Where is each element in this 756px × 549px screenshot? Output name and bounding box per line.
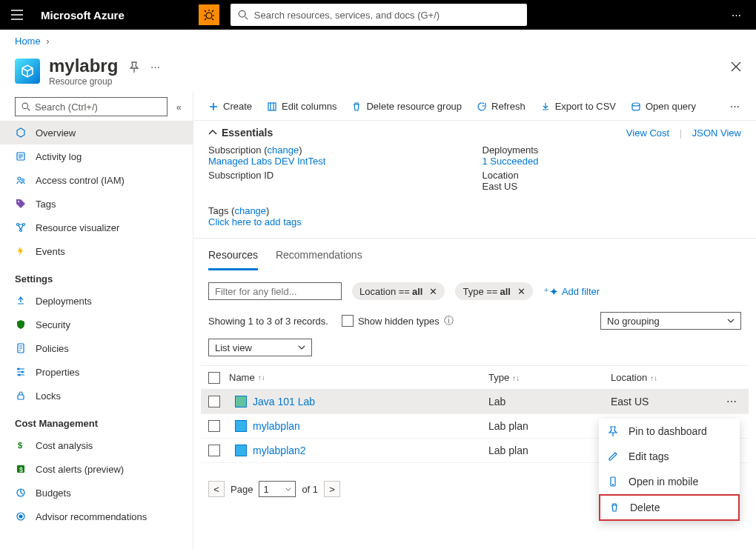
- sidebar-item-resource-visualizer[interactable]: Resource visualizer: [0, 216, 193, 239]
- column-location[interactable]: Location↑↓: [611, 372, 722, 383]
- resource-group-icon: [15, 59, 40, 84]
- svg-point-12: [21, 371, 23, 373]
- header-more-icon[interactable]: ⋯: [150, 61, 160, 73]
- next-page-button[interactable]: >: [324, 481, 340, 497]
- resource-type: Lab plan: [488, 420, 611, 432]
- deployments-icon: [15, 296, 27, 306]
- row-more-icon[interactable]: ⋯: [722, 396, 741, 407]
- location-value: East US: [483, 181, 518, 192]
- change-tags-link[interactable]: change: [234, 205, 266, 216]
- row-checkbox[interactable]: [208, 445, 220, 456]
- command-bar: CreateEdit columnsDelete resource groupR…: [193, 93, 756, 121]
- overview-icon: [15, 127, 27, 138]
- remove-filter-icon[interactable]: ✕: [517, 286, 525, 297]
- sidebar-item-security[interactable]: Security: [0, 313, 193, 336]
- chevron-up-icon[interactable]: [208, 130, 217, 136]
- pin-icon[interactable]: [129, 61, 139, 73]
- edit-columns-button[interactable]: Edit columns: [259, 93, 344, 121]
- activity-icon: [15, 151, 27, 162]
- budgets-icon: [15, 488, 27, 498]
- row-checkbox[interactable]: [208, 420, 220, 432]
- export-to-csv-button[interactable]: Export to CSV: [533, 93, 623, 121]
- deployments-value[interactable]: 1 Succeeded: [483, 156, 539, 167]
- sidebar-item-properties[interactable]: Properties: [0, 360, 193, 384]
- page-header: mylabrg Resource group ⋯: [0, 53, 756, 93]
- view-cost-link[interactable]: View Cost: [626, 127, 669, 139]
- info-icon[interactable]: ⓘ: [444, 314, 454, 327]
- top-more-icon[interactable]: ⋯: [717, 10, 756, 21]
- pin-icon: [608, 426, 621, 436]
- json-view-link[interactable]: JSON View: [692, 127, 741, 139]
- security-icon: [15, 319, 27, 330]
- properties-icon: [15, 367, 27, 377]
- sidebar-item-budgets[interactable]: Budgets: [0, 481, 193, 505]
- close-icon[interactable]: [731, 61, 741, 72]
- command-more-icon[interactable]: ⋯: [721, 101, 749, 112]
- sidebar-cost-heading: Cost Management: [0, 407, 193, 433]
- collapse-sidebar-icon[interactable]: «: [176, 102, 182, 113]
- sidebar-item-cost-alerts-preview-[interactable]: $Cost alerts (preview): [0, 457, 193, 481]
- filter-pill-location[interactable]: Location == all ✕: [352, 282, 445, 300]
- add-filter-button[interactable]: ⁺✦ Add filter: [543, 286, 600, 297]
- context-delete[interactable]: Delete: [599, 494, 740, 521]
- select-all-checkbox[interactable]: [208, 372, 220, 384]
- sidebar-item-events[interactable]: Events: [0, 239, 193, 263]
- global-search[interactable]: Search resources, services, and docs (G+…: [231, 4, 527, 26]
- row-checkbox[interactable]: [208, 396, 220, 407]
- events-icon: [15, 246, 27, 256]
- filter-input[interactable]: [208, 282, 342, 300]
- change-subscription-link[interactable]: change: [268, 144, 299, 156]
- sidebar-item-tags[interactable]: Tags: [0, 192, 193, 216]
- hamburger-icon[interactable]: [0, 0, 33, 30]
- sidebar-item-advisor-recommendations[interactable]: Advisor recommendations: [0, 505, 193, 528]
- main-panel: CreateEdit columnsDelete resource groupR…: [193, 93, 756, 549]
- subscription-value[interactable]: Managed Labs DEV IntTest: [208, 156, 325, 167]
- resource-type: Lab: [488, 396, 611, 407]
- essentials-heading: Essentials: [222, 127, 273, 139]
- prev-page-button[interactable]: <: [208, 481, 225, 497]
- sidebar-item-overview[interactable]: Overview: [0, 121, 193, 144]
- brand-label: Microsoft Azure: [33, 9, 132, 21]
- svg-text:$: $: [18, 441, 22, 450]
- add-tags-link[interactable]: Click here to add tags: [208, 216, 302, 227]
- sidebar-item-locks[interactable]: Locks: [0, 384, 193, 407]
- refresh-button[interactable]: Refresh: [469, 93, 533, 121]
- context-edit-tags[interactable]: Edit tags: [599, 444, 740, 469]
- filter-pill-type[interactable]: Type == all ✕: [455, 282, 532, 300]
- tabs: ResourcesRecommendations: [193, 239, 756, 270]
- policies-icon: [15, 343, 27, 353]
- sidebar-item-activity-log[interactable]: Activity log: [0, 144, 193, 168]
- resource-type: Lab plan: [488, 445, 611, 456]
- create-button[interactable]: Create: [201, 93, 259, 121]
- svg-point-6: [18, 201, 19, 202]
- remove-filter-icon[interactable]: ✕: [429, 286, 437, 297]
- context-open-in-mobile[interactable]: Open in mobile: [599, 469, 740, 494]
- context-pin-to-dashboard[interactable]: Pin to dashboard: [599, 419, 740, 444]
- column-type[interactable]: Type↑↓: [488, 372, 611, 383]
- table-row[interactable]: Java 101 LabLabEast US⋯: [201, 390, 749, 414]
- resource-name-link[interactable]: Java 101 Lab: [253, 396, 315, 407]
- query-icon: [631, 102, 641, 112]
- sidebar-item-access-control-iam-[interactable]: Access control (IAM): [0, 168, 193, 192]
- sidebar-item-deployments[interactable]: Deployments: [0, 289, 193, 313]
- tab-recommendations[interactable]: Recommendations: [276, 249, 362, 270]
- bug-icon[interactable]: [199, 4, 219, 25]
- delete-resource-group-button[interactable]: Delete resource group: [344, 93, 469, 121]
- hidden-types-checkbox[interactable]: Show hidden types ⓘ: [342, 314, 454, 327]
- grouping-dropdown[interactable]: No grouping: [600, 312, 741, 330]
- resource-name-link[interactable]: mylabplan2: [253, 445, 306, 456]
- advisor-icon: [15, 511, 27, 522]
- svg-point-23: [613, 485, 614, 485]
- breadcrumb-home[interactable]: Home: [15, 36, 41, 47]
- refresh-icon: [477, 102, 487, 112]
- column-name[interactable]: Name↑↓: [229, 372, 488, 383]
- view-mode-dropdown[interactable]: List view: [208, 339, 312, 356]
- page-select[interactable]: 1: [259, 481, 296, 497]
- sidebar-search[interactable]: Search (Ctrl+/): [15, 97, 168, 116]
- tab-resources[interactable]: Resources: [208, 249, 258, 270]
- resource-name-link[interactable]: mylabplan: [253, 420, 300, 432]
- svg-point-20: [19, 515, 22, 518]
- sidebar-item-policies[interactable]: Policies: [0, 336, 193, 360]
- sidebar-item-cost-analysis[interactable]: $Cost analysis: [0, 433, 193, 457]
- open-query-button[interactable]: Open query: [623, 93, 703, 121]
